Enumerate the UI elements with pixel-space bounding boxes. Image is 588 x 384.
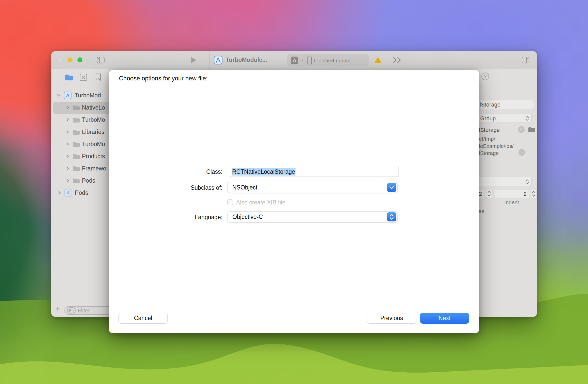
folder-icon[interactable] <box>528 127 536 133</box>
file-name-fragment: lStorage <box>480 101 500 108</box>
combo-chevron-button[interactable] <box>387 183 396 192</box>
run-button[interactable] <box>190 56 197 64</box>
language-value: Objective-C <box>232 214 263 220</box>
chevron-forward-icon[interactable] <box>393 57 403 63</box>
arrow-icon[interactable]: → <box>518 149 525 156</box>
folder-icon <box>73 105 80 111</box>
indent-stepper[interactable] <box>531 189 537 198</box>
chevron-right-icon[interactable] <box>66 142 70 146</box>
chevron-down-icon[interactable] <box>57 94 60 97</box>
file-name-field[interactable]: lStorage <box>478 100 534 109</box>
sidebar-item-label: Products <box>82 153 105 160</box>
subclass-label: Subclass of: <box>160 184 222 191</box>
filter-icon <box>67 307 76 313</box>
indent-value: 2 <box>524 191 527 197</box>
scheme-project-icon[interactable] <box>214 56 223 65</box>
options-panel <box>119 88 469 302</box>
chevron-right-icon[interactable] <box>66 154 70 158</box>
right-sidebar-toggle-icon[interactable] <box>522 57 529 63</box>
indent-field[interactable]: 2 <box>494 189 529 198</box>
location-popup[interactable]: Group <box>478 114 532 123</box>
popup-chevrons-icon <box>525 179 529 184</box>
inspector-panel: ? lStorage Group lStorage × ef/tmp/ leEx… <box>478 69 537 317</box>
popup-chevrons-button[interactable] <box>387 212 396 221</box>
toolbar-divider <box>209 51 210 69</box>
tab-issue-navigator[interactable] <box>80 74 87 81</box>
folder-icon <box>73 142 80 147</box>
sidebar-item-label: TurboMo <box>82 141 105 148</box>
cancel-button[interactable]: Cancel <box>118 313 168 324</box>
subclass-combobox[interactable]: NSObject <box>228 182 397 193</box>
tab-bookmark-navigator[interactable] <box>95 73 101 81</box>
sidebar-item-label: TurboMod <box>75 92 101 99</box>
divider <box>51 84 109 84</box>
sidebar-item-libraries[interactable]: Libraries <box>51 126 109 138</box>
folder-icon <box>73 129 80 135</box>
chevron-right-icon[interactable] <box>66 167 70 170</box>
sidebar-item-turbomodule[interactable]: TurboMo <box>51 114 109 126</box>
path-line: leExample/ios/ <box>479 143 514 149</box>
file-reference-fragment: lStorage <box>479 127 500 133</box>
close-button[interactable] <box>58 57 63 62</box>
sidebar-item-turbomodule-2[interactable]: TurboMo <box>51 138 109 150</box>
status-text: Finished runnin... <box>314 58 355 64</box>
activity-status[interactable]: A › Finished runnin... <box>287 54 369 66</box>
help-icon[interactable]: ? <box>481 73 489 80</box>
popup-chevrons-icon <box>525 116 529 121</box>
app-icon: A <box>291 57 298 64</box>
scheme-selector[interactable]: TurboModule... <box>226 57 267 63</box>
class-input[interactable]: RCTNativeLocalStorage <box>229 166 399 177</box>
sidebar-item-label: Framewo <box>82 165 106 172</box>
add-button[interactable]: + <box>55 304 60 314</box>
folder-icon <box>73 154 80 160</box>
location-value: Group <box>480 115 496 122</box>
width-value: 2 <box>479 191 482 197</box>
toolbar-divider <box>405 51 405 69</box>
sidebar-item-label: Pods <box>75 189 88 196</box>
sidebar-item-pods-project[interactable]: A Pods <box>51 187 109 199</box>
sidebar-item-products[interactable]: Products <box>51 151 109 162</box>
sidebar-item-label: NativeLo <box>82 104 105 111</box>
subclass-value: NSObject <box>232 184 257 191</box>
left-sidebar-toggle-icon[interactable] <box>97 57 105 63</box>
sidebar-item-label: TurboMo <box>82 116 105 123</box>
chevron-right-icon[interactable] <box>66 118 70 121</box>
path-line: ef/tmp/ <box>479 136 495 142</box>
minimize-button[interactable] <box>67 57 73 62</box>
tab-project-navigator[interactable] <box>65 74 74 81</box>
filter-field[interactable] <box>64 306 109 315</box>
project-icon: A <box>64 92 72 99</box>
new-file-options-dialog: Choose options for your new file: Class:… <box>109 70 479 333</box>
titlebar: TurboModule... A › Finished runnin... <box>51 51 537 69</box>
next-button[interactable]: Next <box>420 313 469 324</box>
desktop: TurboModule... A › Finished runnin... <box>0 0 588 384</box>
sidebar-item-pods-group[interactable]: Pods <box>51 175 109 187</box>
width-stepper[interactable] <box>486 189 492 198</box>
divider <box>478 220 537 220</box>
iphone-icon <box>307 57 312 64</box>
text-settings-popup[interactable] <box>478 177 532 186</box>
divider <box>478 84 537 84</box>
clear-icon[interactable]: × <box>518 126 525 133</box>
sidebar-item-nativelocalstorage[interactable]: NativeLo <box>51 102 109 114</box>
dialog-title: Choose options for your new file: <box>119 75 208 82</box>
indent-label: Indent <box>494 199 529 205</box>
sidebar-item-turbomod-project[interactable]: A TurboMod <box>51 90 109 101</box>
class-label: Class: <box>160 168 222 175</box>
filter-input[interactable] <box>77 307 109 314</box>
language-popup[interactable]: Objective-C <box>228 211 397 222</box>
warning-icon[interactable] <box>374 57 382 63</box>
folder-icon <box>73 117 80 123</box>
chevron-right-icon[interactable] <box>58 191 61 195</box>
path-line: lStorage <box>479 150 499 156</box>
xib-checkbox <box>227 199 233 205</box>
navigator-sidebar: A TurboMod NativeLo TurboMo Libraries <box>51 69 109 317</box>
language-label: Language: <box>160 214 222 221</box>
chevron-right-icon[interactable] <box>66 179 70 182</box>
chevron-right-icon[interactable] <box>66 106 70 109</box>
chevron-right-icon: › <box>301 57 303 63</box>
sidebar-item-frameworks[interactable]: Framewo <box>51 163 109 174</box>
previous-button[interactable]: Previous <box>367 313 416 324</box>
chevron-right-icon[interactable] <box>66 130 70 134</box>
zoom-button[interactable] <box>77 57 82 62</box>
